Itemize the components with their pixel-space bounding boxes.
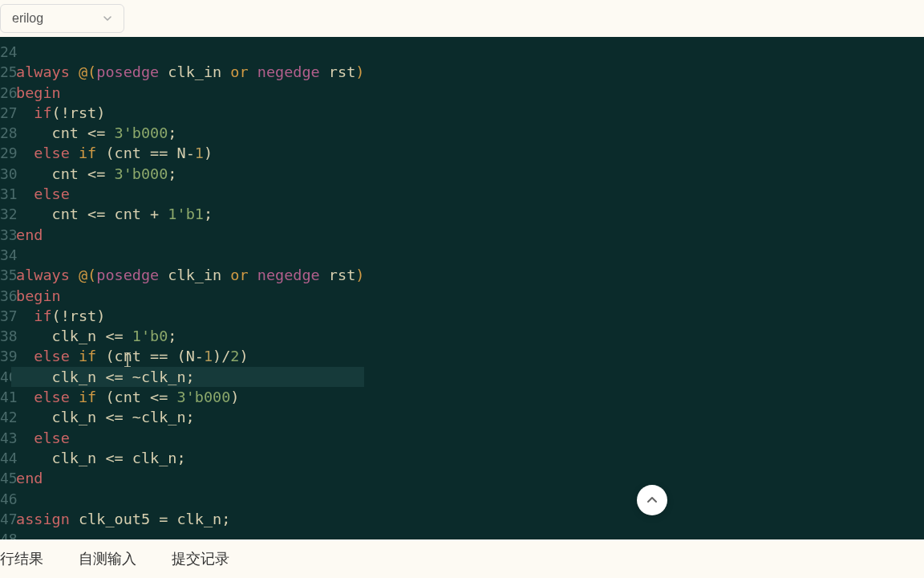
line-number: 44 bbox=[0, 448, 11, 468]
code-line[interactable] bbox=[16, 245, 364, 265]
line-number: 31 bbox=[0, 184, 11, 204]
line-number: 42 bbox=[0, 407, 11, 427]
tab-submit-history[interactable]: 提交记录 bbox=[172, 549, 229, 568]
code-line[interactable]: begin bbox=[16, 83, 364, 103]
chevron-up-icon bbox=[646, 494, 659, 507]
code-line[interactable]: if(!rst) bbox=[16, 103, 364, 123]
line-number: 46 bbox=[0, 489, 11, 509]
toolbar: erilog bbox=[0, 0, 924, 37]
line-number: 25 bbox=[0, 62, 11, 82]
line-number: 48 bbox=[0, 529, 11, 539]
code-line[interactable]: begin bbox=[16, 286, 364, 306]
language-select-label: erilog bbox=[12, 11, 43, 26]
line-number: 43 bbox=[0, 428, 11, 448]
code-line[interactable]: else if (cnt == (N-1)/2) bbox=[16, 346, 364, 366]
chevron-down-icon bbox=[103, 14, 112, 23]
line-number: 39 bbox=[0, 346, 11, 366]
code-line[interactable]: always @(posedge clk_in or negedge rst) bbox=[16, 62, 364, 82]
line-number: 24 bbox=[0, 42, 11, 62]
line-number: 27 bbox=[0, 103, 11, 123]
language-select[interactable]: erilog bbox=[0, 4, 124, 33]
code-line[interactable]: clk_n <= 1'b0; bbox=[16, 326, 364, 346]
code-line[interactable]: else if (cnt <= 3'b000) bbox=[16, 387, 364, 407]
tab-run-result[interactable]: 行结果 bbox=[0, 549, 43, 568]
line-gutter: 2425262728293031323334353637383940414243… bbox=[0, 37, 11, 539]
scroll-to-top-button[interactable] bbox=[637, 485, 667, 515]
code-line[interactable]: clk_n <= clk_n; bbox=[16, 448, 364, 468]
line-number: 30 bbox=[0, 164, 11, 184]
line-number: 35 bbox=[0, 265, 11, 285]
code-line[interactable]: else bbox=[16, 184, 364, 204]
code-line[interactable]: cnt <= 3'b000; bbox=[16, 164, 364, 184]
code-content[interactable]: always @(posedge clk_in or negedge rst)b… bbox=[16, 42, 364, 539]
line-number: 32 bbox=[0, 204, 11, 224]
code-line[interactable] bbox=[16, 489, 364, 509]
tab-self-test[interactable]: 自测输入 bbox=[79, 549, 136, 568]
code-line[interactable]: clk_n <= ~clk_n; bbox=[11, 367, 364, 387]
code-line[interactable] bbox=[16, 529, 364, 539]
code-line[interactable]: cnt <= 3'b000; bbox=[16, 123, 364, 143]
code-line[interactable]: cnt <= cnt + 1'b1; bbox=[16, 204, 364, 224]
code-line[interactable]: end bbox=[16, 468, 364, 488]
code-line[interactable]: end bbox=[16, 225, 364, 245]
bottom-tabs: 行结果 自测输入 提交记录 bbox=[0, 539, 924, 578]
code-line[interactable]: else if (cnt == N-1) bbox=[16, 143, 364, 163]
line-number: 34 bbox=[0, 245, 11, 265]
line-number: 37 bbox=[0, 306, 11, 326]
line-number: 45 bbox=[0, 468, 11, 488]
line-number: 47 bbox=[0, 509, 11, 529]
line-number: 41 bbox=[0, 387, 11, 407]
code-editor[interactable]: 2425262728293031323334353637383940414243… bbox=[0, 37, 924, 539]
code-line[interactable]: always @(posedge clk_in or negedge rst) bbox=[16, 265, 364, 285]
line-number: 38 bbox=[0, 326, 11, 346]
line-number: 28 bbox=[0, 123, 11, 143]
code-line[interactable]: clk_n <= ~clk_n; bbox=[16, 407, 364, 427]
code-line[interactable]: assign clk_out5 = clk_n; bbox=[16, 509, 364, 529]
code-line[interactable] bbox=[16, 42, 364, 62]
code-line[interactable]: if(!rst) bbox=[16, 306, 364, 326]
line-number: 40 bbox=[0, 367, 11, 387]
line-number: 36 bbox=[0, 286, 11, 306]
line-number: 33 bbox=[0, 225, 11, 245]
line-number: 26 bbox=[0, 83, 11, 103]
line-number: 29 bbox=[0, 143, 11, 163]
code-line[interactable]: else bbox=[16, 428, 364, 448]
